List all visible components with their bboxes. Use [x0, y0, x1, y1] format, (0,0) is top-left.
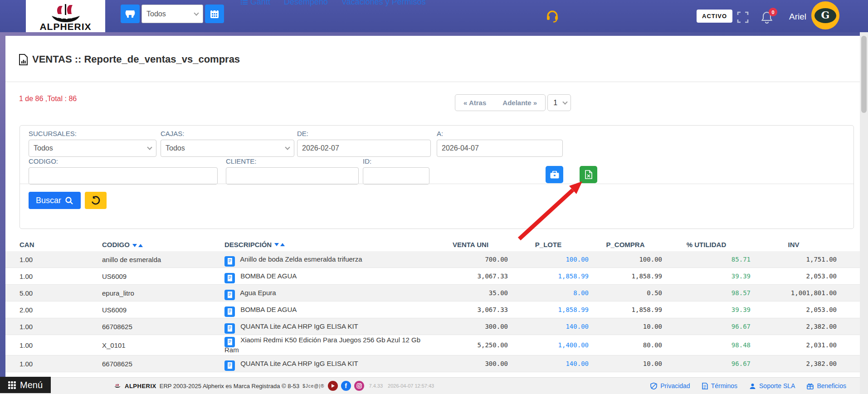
notifications-button[interactable]: 0: [761, 11, 773, 25]
table-row[interactable]: 1.00X_0101 Xiaomi Redmi K50 Edición Para…: [5, 335, 860, 355]
cajas-value: Todos: [166, 144, 185, 152]
cell-descripcion: BOMBA DE AGUA: [224, 271, 433, 281]
cliente-input[interactable]: [226, 167, 359, 185]
scrollbar-thumb[interactable]: [861, 36, 867, 113]
id-label: ID:: [363, 157, 429, 165]
privacidad-link[interactable]: Privacidad: [650, 382, 690, 389]
sort-desc-icon[interactable]: [274, 243, 279, 246]
user-name[interactable]: Ariel: [789, 12, 806, 22]
table-row[interactable]: 2.00US6009 BOMBA DE AGUA3,067.331,858.99…: [5, 302, 860, 318]
cell-p-lote[interactable]: 140.00: [508, 360, 589, 367]
next-page-button[interactable]: Adelante »: [494, 95, 545, 111]
page-scrollbar[interactable]: [860, 32, 868, 394]
top-navbar: ALPHERIX Todos: [0, 0, 868, 32]
table-body: 1.00anillo de esmeralda Anillo de boda Z…: [5, 251, 860, 372]
youtube-icon[interactable]: [328, 381, 338, 391]
document-icon: [702, 383, 708, 389]
receipt-icon[interactable]: [224, 273, 235, 283]
nav-item-desempeno[interactable]: Desempeño: [284, 0, 328, 7]
cell-p-compra: 1,858.99: [589, 272, 662, 280]
nav-item-vacaciones[interactable]: Vacaciones y Permisos: [341, 0, 426, 7]
soporte-sla-link[interactable]: Soporte SLA: [749, 382, 795, 389]
buscar-button[interactable]: Buscar: [29, 192, 81, 209]
cell-inv: 1,001,801.00: [751, 289, 837, 297]
results-table: CAN CODIGO DESCRIPCIÓN VENTA UNI P_LOTE …: [5, 238, 860, 372]
receipt-icon[interactable]: [224, 290, 235, 300]
store-button[interactable]: [121, 5, 140, 23]
sucursales-select[interactable]: Todos: [29, 140, 156, 157]
panel-divider: [20, 184, 853, 184]
toolbox-icon: [550, 171, 559, 179]
col-header-can[interactable]: CAN: [5, 241, 102, 248]
cell-p-lote[interactable]: 1,400.00: [508, 341, 589, 349]
col-header-p-lote[interactable]: P_LOTE: [508, 241, 589, 248]
receipt-icon[interactable]: [224, 256, 235, 267]
table-row[interactable]: 1.0066708625 QUANTA Lite ACA HRP IgG ELI…: [5, 355, 860, 372]
col-header-p-compra[interactable]: P_COMPRA: [589, 241, 662, 248]
col-header-codigo[interactable]: CODIGO: [102, 241, 224, 248]
table-row[interactable]: 1.00US6009 BOMBA DE AGUA3,067.331,858.99…: [5, 268, 860, 285]
cell-p-lote[interactable]: 1,858.99: [508, 272, 589, 280]
sort-asc-icon[interactable]: [280, 243, 285, 246]
footer-copyright: ERP 2003-2025 Alpherix es Marca Registra…: [160, 383, 300, 389]
fecha-a-input[interactable]: 2026-04-07: [437, 140, 563, 157]
nav-item-gantt[interactable]: Gantt: [240, 0, 270, 7]
receipt-icon[interactable]: [224, 306, 235, 317]
facebook-icon[interactable]: f: [341, 381, 351, 391]
cell-p-lote[interactable]: 1,858.99: [508, 306, 589, 313]
terminos-link[interactable]: Términos: [702, 382, 737, 389]
nav-item-label: Vacaciones y Permisos: [341, 0, 426, 7]
footer-timestamp: 2026-04-07 12:57:43: [388, 383, 434, 389]
prev-page-button[interactable]: « Atras: [455, 95, 494, 111]
cliente-label: CLIENTE:: [226, 157, 359, 165]
footer-link-label: Privacidad: [660, 382, 690, 389]
cell-venta-uni: 300.00: [433, 360, 508, 367]
cell-p-lote[interactable]: 8.00: [508, 289, 589, 297]
export-excel-button[interactable]: [580, 166, 597, 183]
id-input[interactable]: [363, 167, 429, 185]
app-version: 7.4.33: [369, 383, 383, 389]
nav-item-label: Gantt: [250, 0, 270, 7]
tools-button[interactable]: [546, 166, 563, 183]
codigo-input[interactable]: [29, 167, 218, 185]
cell-codigo: US6009: [102, 272, 224, 280]
calendar-button[interactable]: [205, 5, 224, 23]
cell-utilidad: 96.67: [662, 360, 751, 367]
user-avatar[interactable]: G: [811, 1, 839, 29]
sort-asc-icon[interactable]: [138, 244, 143, 247]
branch-filter-group: Todos: [121, 5, 224, 23]
fecha-de-input[interactable]: 2026-02-07: [297, 140, 431, 157]
menu-button[interactable]: Menú: [0, 377, 51, 393]
cell-utilidad: 98.48: [662, 341, 751, 349]
receipt-icon[interactable]: [224, 323, 235, 334]
table-row[interactable]: 1.00anillo de esmeralda Anillo de boda Z…: [5, 251, 860, 268]
beneficios-link[interactable]: Beneficios: [807, 382, 846, 389]
col-header-descripcion[interactable]: DESCRIPCIÓN: [224, 241, 433, 248]
table-row[interactable]: 5.00epura_litro Agua Epura35.008.000.509…: [5, 285, 860, 302]
fullscreen-button[interactable]: [737, 11, 749, 25]
cliente-field: CLIENTE:: [226, 157, 359, 185]
status-badge[interactable]: ACTIVO: [697, 10, 732, 23]
support-headset-button[interactable]: [546, 9, 559, 24]
page-number-select[interactable]: 1: [547, 94, 571, 111]
cell-p-lote[interactable]: 100.00: [508, 256, 589, 263]
col-header-venta-uni[interactable]: VENTA UNI: [433, 241, 508, 248]
instagram-icon[interactable]: [354, 381, 364, 391]
cell-can: 5.00: [5, 289, 102, 297]
cell-p-lote[interactable]: 140.00: [508, 323, 589, 330]
nav-links: Gantt Desempeño Vacaciones y Permisos: [240, 0, 426, 7]
cell-codigo: epura_litro: [102, 289, 224, 297]
cell-descripcion: QUANTA Lite ACA HRP IgG ELISA KIT: [224, 321, 433, 331]
col-header-inv[interactable]: INV: [751, 241, 837, 248]
cell-descripcion: Agua Epura: [224, 288, 433, 298]
alpherix-logo[interactable]: ALPHERIX: [26, 0, 105, 32]
footer-bar: ALPHERIX ERP 2003-2025 Alpherix es Marca…: [0, 377, 868, 394]
table-row[interactable]: 1.0066708625 QUANTA Lite ACA HRP IgG ELI…: [5, 318, 860, 335]
branch-select[interactable]: Todos: [141, 5, 203, 23]
sort-desc-icon[interactable]: [132, 244, 137, 247]
reset-button[interactable]: [85, 192, 107, 209]
cell-utilidad: 39.39: [662, 272, 751, 280]
cajas-select[interactable]: Todos: [161, 140, 294, 157]
receipt-icon[interactable]: [224, 360, 235, 371]
col-header-utilidad[interactable]: % UTILIDAD: [662, 241, 751, 248]
